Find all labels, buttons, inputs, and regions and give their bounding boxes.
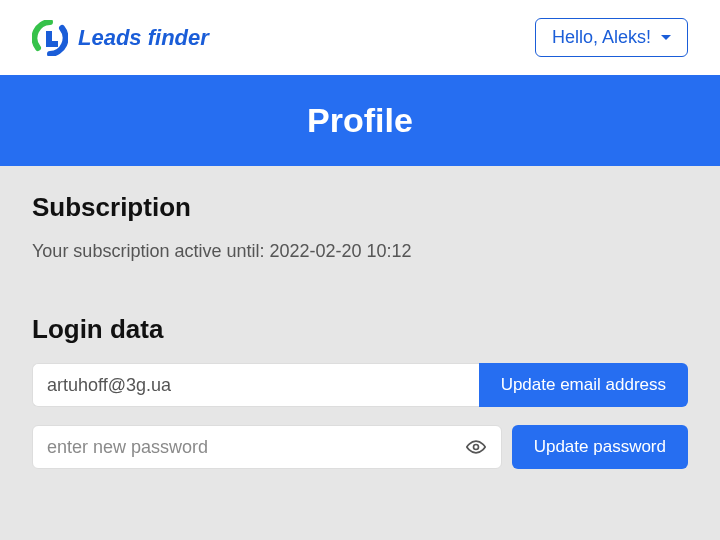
user-menu[interactable]: Hello, Aleks!	[535, 18, 688, 57]
main-content: Subscription Your subscription active un…	[0, 166, 720, 513]
chevron-down-icon	[661, 35, 671, 40]
logo-icon	[32, 20, 68, 56]
top-header: Leads finder Hello, Aleks!	[0, 0, 720, 75]
subscription-status: Your subscription active until: 2022-02-…	[32, 241, 688, 262]
update-password-button[interactable]: Update password	[512, 425, 688, 469]
update-email-button[interactable]: Update email address	[479, 363, 688, 407]
password-row: Update password	[32, 425, 688, 469]
user-greeting: Hello, Aleks!	[552, 27, 651, 48]
toggle-password-visibility[interactable]	[462, 433, 490, 461]
login-data-heading: Login data	[32, 314, 688, 345]
svg-point-2	[473, 445, 478, 450]
page-title: Profile	[307, 101, 413, 139]
brand-name: Leads finder	[78, 25, 209, 51]
password-field[interactable]	[32, 425, 502, 469]
subscription-heading: Subscription	[32, 192, 688, 223]
email-row: Update email address	[32, 363, 688, 407]
eye-icon	[466, 437, 486, 457]
brand-logo[interactable]: Leads finder	[32, 20, 209, 56]
svg-rect-1	[46, 41, 58, 47]
page-banner: Profile	[0, 75, 720, 166]
email-field[interactable]	[32, 363, 479, 407]
